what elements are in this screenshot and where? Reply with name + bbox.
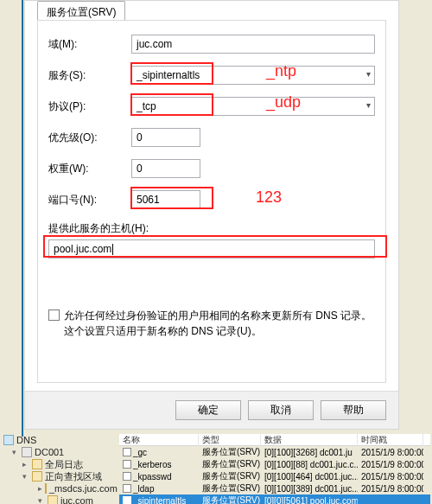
help-button[interactable]: 帮助 bbox=[321, 400, 386, 420]
host-label: 提供此服务的主机(H): bbox=[48, 221, 375, 236]
expand-icon: ▾ bbox=[12, 446, 19, 458]
zone-icon bbox=[45, 483, 47, 494]
priority-label: 优先级(O): bbox=[48, 131, 131, 145]
domain-field: juc.com bbox=[131, 35, 375, 54]
priority-input[interactable]: 0 bbox=[131, 128, 200, 147]
table-row-selected[interactable]: _sipinternaltls服务位置(SRV)[0][0][5061] poo… bbox=[119, 494, 430, 504]
tree-forward-zones[interactable]: ▾正向查找区域 bbox=[3, 470, 116, 482]
table-row[interactable]: _ldap服务位置(SRV)[0][100][389] dc001.juc...… bbox=[119, 482, 430, 494]
form-panel: 域(M): juc.com 服务(S): _sipinternaltls ▾ 协… bbox=[37, 20, 386, 383]
col-type[interactable]: 类型 bbox=[199, 434, 261, 446]
folder-icon bbox=[32, 459, 42, 469]
record-icon bbox=[123, 484, 131, 493]
tree-zone-msdcs[interactable]: ▸_msdcs.juc.com bbox=[3, 482, 116, 494]
service-value: _sipinternaltls bbox=[137, 69, 200, 81]
host-value: pool.juc.com bbox=[54, 243, 111, 255]
service-label: 服务(S): bbox=[48, 68, 131, 83]
tree-server[interactable]: ▾DC001 bbox=[3, 446, 116, 458]
protocol-label: 协议(P): bbox=[48, 99, 131, 114]
button-bar: 确定 取消 帮助 bbox=[25, 391, 398, 429]
expand-icon: ▸ bbox=[38, 482, 42, 494]
expand-icon: ▸ bbox=[22, 458, 29, 470]
expand-icon: ▾ bbox=[22, 470, 29, 482]
port-input[interactable]: 5061 bbox=[131, 190, 200, 209]
table-row[interactable]: _gc服务位置(SRV)[0][100][3268] dc001.ju2015/… bbox=[119, 446, 430, 458]
record-icon bbox=[123, 460, 131, 469]
zone-icon bbox=[48, 495, 58, 504]
record-icon bbox=[123, 496, 131, 504]
record-icon bbox=[123, 448, 131, 456]
allow-update-label: 允许任何经过身份验证的用户用相同的名称来更新所有 DNS 记录。这个设置只适用于… bbox=[64, 308, 375, 339]
chevron-down-icon: ▾ bbox=[366, 69, 371, 79]
protocol-value: _tcp bbox=[137, 100, 156, 112]
table-row[interactable]: _kerberos服务位置(SRV)[0][100][88] dc001.juc… bbox=[119, 458, 430, 470]
dns-icon bbox=[3, 435, 14, 445]
col-data[interactable]: 数据 bbox=[261, 434, 358, 446]
weight-label: 权重(W): bbox=[48, 162, 131, 176]
srv-dialog: 服务位置(SRV) 域(M): juc.com 服务(S): _sipinter… bbox=[24, 0, 399, 430]
expand-icon: ▾ bbox=[38, 494, 45, 504]
cancel-button[interactable]: 取消 bbox=[248, 400, 314, 420]
protocol-combo[interactable]: _tcp ▾ bbox=[131, 97, 375, 116]
port-label: 端口号(N): bbox=[48, 193, 131, 207]
text-cursor bbox=[112, 244, 113, 255]
service-combo[interactable]: _sipinternaltls ▾ bbox=[131, 66, 375, 85]
chevron-down-icon: ▾ bbox=[366, 100, 371, 110]
records-grid: 名称 类型 数据 时间戳 _gc服务位置(SRV)[0][100][3268] … bbox=[119, 434, 430, 504]
weight-input[interactable]: 0 bbox=[131, 159, 200, 178]
domain-label: 域(M): bbox=[48, 37, 131, 52]
allow-update-checkbox[interactable] bbox=[48, 309, 60, 321]
tree-root-dns[interactable]: DNS bbox=[3, 434, 116, 446]
tree-zone-juc[interactable]: ▾juc.com bbox=[3, 494, 116, 504]
ok-button[interactable]: 确定 bbox=[175, 400, 241, 420]
grid-header: 名称 类型 数据 时间戳 bbox=[119, 434, 430, 446]
tree-global-log[interactable]: ▸全局日志 bbox=[3, 458, 116, 470]
record-icon bbox=[123, 472, 131, 481]
server-icon bbox=[22, 447, 32, 457]
folder-icon bbox=[32, 471, 42, 482]
col-time[interactable]: 时间戳 bbox=[358, 434, 423, 446]
dns-tree: DNS ▾DC001 ▸全局日志 ▾正向查找区域 ▸_msdcs.juc.com… bbox=[3, 434, 116, 504]
table-row[interactable]: _kpasswd服务位置(SRV)[0][100][464] dc001.juc… bbox=[119, 470, 430, 482]
host-input[interactable]: pool.juc.com bbox=[48, 239, 375, 258]
col-name[interactable]: 名称 bbox=[119, 434, 199, 446]
